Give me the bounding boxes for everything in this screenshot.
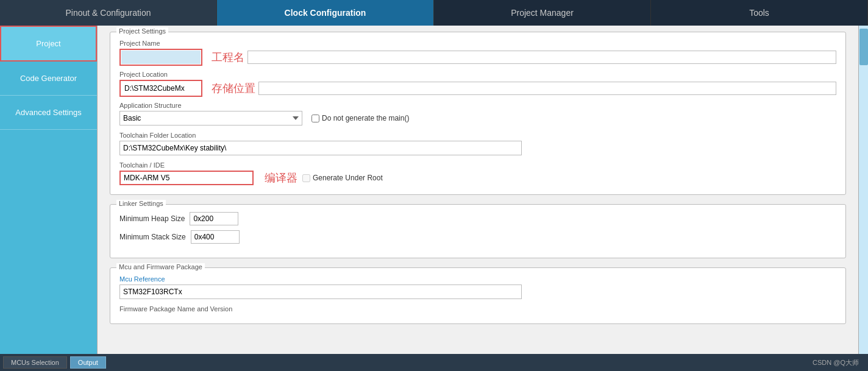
project-name-input-wrapper [119, 49, 202, 66]
toolchain-folder-input[interactable] [119, 141, 522, 155]
tab-tools[interactable]: Tools [651, 0, 868, 26]
main-layout: Project Code Generator Advanced Settings… [0, 26, 868, 354]
mcu-firmware-title: Mcu and Firmware Package [116, 263, 205, 270]
app-structure-row: Basic Advanced Do not generate the main(… [119, 111, 836, 125]
generate-under-root-checkbox[interactable] [302, 174, 310, 182]
chinese-compiler-label: 编译器 [265, 171, 297, 185]
project-location-short-input[interactable] [121, 82, 201, 95]
min-stack-label: Minimum Stack Size [119, 233, 186, 241]
do-not-generate-main-label: Do not generate the main() [311, 114, 409, 122]
sidebar: Project Code Generator Advanced Settings [0, 26, 98, 354]
tab-pinout[interactable]: Pinout & Configuration [0, 0, 217, 26]
project-location-row: 存储位置 [119, 80, 836, 97]
min-heap-input[interactable] [190, 212, 238, 225]
project-settings-section: Project Settings Project Name 工程名 Projec… [110, 32, 846, 195]
min-stack-field: Minimum Stack Size [119, 230, 240, 244]
bottom-right-credit: CSDN @Q大师 [813, 358, 859, 367]
toolchain-ide-label: Toolchain / IDE [119, 161, 836, 169]
chinese-location-label: 存储位置 [212, 81, 255, 96]
toolchain-folder-label: Toolchain Folder Location [119, 132, 836, 139]
do-not-generate-main-checkbox[interactable] [311, 115, 319, 122]
toolchain-ide-input[interactable] [119, 171, 254, 185]
project-name-row: 工程名 [119, 49, 836, 66]
content-area: Project Settings Project Name 工程名 Projec… [98, 26, 858, 354]
bottom-bar: MCUs Selection Output CSDN @Q大师 [0, 354, 868, 371]
mcu-ref-label: Mcu Reference [119, 275, 836, 283]
generate-under-root-label: Generate Under Root [302, 174, 383, 182]
mcu-ref-input[interactable] [119, 284, 522, 299]
tab-project-manager[interactable]: Project Manager [434, 0, 651, 26]
sidebar-item-code-generator[interactable]: Code Generator [0, 62, 97, 96]
min-heap-label: Minimum Heap Size [119, 214, 185, 223]
min-stack-input[interactable] [191, 230, 240, 244]
bottom-tab-mcus[interactable]: MCUs Selection [3, 356, 67, 369]
bottom-tab-output[interactable]: Output [70, 356, 106, 369]
toolchain-ide-row: 编译器 Generate Under Root [119, 171, 836, 185]
app-structure-select[interactable]: Basic Advanced [119, 111, 302, 125]
min-heap-field: Minimum Heap Size [119, 212, 238, 225]
scroll-thumb[interactable] [859, 29, 868, 65]
linker-settings-section: Linker Settings Minimum Heap Size Minimu… [110, 204, 846, 258]
project-name-full-input[interactable] [247, 51, 836, 64]
linker-settings-title: Linker Settings [116, 200, 166, 207]
tab-clock[interactable]: Clock Configuration [217, 0, 434, 26]
linker-stack-row: Minimum Stack Size [119, 230, 836, 244]
right-scrollbar[interactable] [858, 26, 868, 354]
project-settings-title: Project Settings [116, 27, 168, 35]
chinese-project-name-label: 工程名 [212, 50, 244, 65]
project-name-short-input[interactable] [121, 51, 201, 64]
project-location-label: Project Location [119, 71, 836, 78]
project-name-label: Project Name [119, 40, 836, 47]
mcu-firmware-section: Mcu and Firmware Package Mcu Reference F… [110, 267, 846, 324]
top-nav: Pinout & Configuration Clock Configurati… [0, 0, 868, 26]
linker-row: Minimum Heap Size [119, 212, 836, 225]
sidebar-item-advanced-settings[interactable]: Advanced Settings [0, 96, 97, 130]
firmware-label: Firmware Package Name and Version [119, 305, 836, 313]
sidebar-item-project[interactable]: Project [0, 26, 97, 62]
project-location-input-wrapper [119, 80, 202, 97]
app-structure-label: Application Structure [119, 102, 836, 109]
project-location-full-input[interactable] [258, 82, 836, 95]
